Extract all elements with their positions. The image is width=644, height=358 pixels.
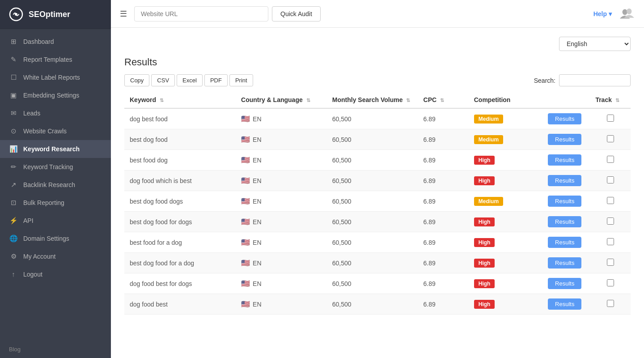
export-btn-print[interactable]: Print: [229, 74, 253, 86]
export-btn-pdf[interactable]: PDF: [204, 74, 228, 86]
sidebar-item-domain-settings[interactable]: 🌐Domain Settings: [0, 230, 111, 247]
help-button[interactable]: Help ▾: [593, 10, 612, 17]
track-checkbox[interactable]: [607, 238, 614, 245]
sidebar-item-backlink-research[interactable]: ↗Backlink Research: [0, 176, 111, 194]
table-row: best food dog 🇺🇸 EN 60,500 6.89 High Res…: [124, 150, 631, 170]
cell-cpc: 6.89: [418, 108, 469, 129]
nav-label-bulk-reporting: Bulk Reporting: [23, 199, 64, 206]
competition-badge: High: [474, 259, 495, 268]
track-checkbox[interactable]: [607, 135, 614, 142]
cell-competition: High: [469, 253, 539, 273]
competition-badge: Medium: [474, 197, 503, 206]
logo-area[interactable]: SEOptimer: [0, 0, 111, 29]
export-btn-csv[interactable]: CSV: [151, 74, 175, 86]
lang-code: EN: [253, 239, 261, 246]
competition-badge: Medium: [474, 115, 503, 124]
blog-link[interactable]: Blog: [0, 341, 111, 358]
nav-label-website-crawls: Website Crawls: [23, 128, 67, 135]
nav-label-my-account: My Account: [23, 253, 55, 260]
sort-icon-cpc[interactable]: ⇅: [440, 98, 444, 103]
results-button[interactable]: Results: [548, 257, 581, 268]
nav-label-api: API: [23, 217, 34, 224]
lang-code: EN: [253, 301, 261, 308]
results-button[interactable]: Results: [548, 175, 581, 186]
results-button[interactable]: Results: [548, 216, 581, 227]
sort-icon-country[interactable]: ⇅: [306, 98, 310, 103]
results-button[interactable]: Results: [548, 278, 581, 289]
cell-competition: High: [469, 232, 539, 253]
cell-cpc: 6.89: [418, 212, 469, 232]
topbar: ☰ Quick Audit Help ▾: [111, 0, 644, 28]
sidebar-item-website-crawls[interactable]: ⊙Website Crawls: [0, 122, 111, 140]
cell-track: [590, 191, 631, 212]
results-button[interactable]: Results: [548, 298, 581, 310]
cell-keyword: best dog food dogs: [124, 191, 236, 212]
nav-icon-bulk-reporting: ⊡: [9, 199, 18, 207]
cell-country: 🇺🇸 EN: [236, 232, 327, 253]
nav-icon-white-label: ☐: [9, 73, 18, 81]
cell-volume: 60,500: [327, 294, 418, 315]
cell-results-btn: Results: [539, 191, 590, 212]
cell-track: [590, 273, 631, 294]
sidebar-item-keyword-tracking[interactable]: ✏Keyword Tracking: [0, 158, 111, 176]
sidebar-item-report-templates[interactable]: ✎Report Templates: [0, 51, 111, 68]
col-header-volume: Monthly Search Volume ⇅: [327, 92, 418, 108]
quick-audit-button[interactable]: Quick Audit: [272, 6, 321, 21]
sidebar-item-leads[interactable]: ✉Leads: [0, 104, 111, 122]
menu-toggle-button[interactable]: ☰: [120, 9, 127, 19]
cell-keyword: best dog food for a dog: [124, 253, 236, 273]
track-checkbox[interactable]: [607, 279, 614, 286]
cell-competition: Medium: [469, 129, 539, 150]
results-button[interactable]: Results: [548, 154, 581, 166]
cell-cpc: 6.89: [418, 150, 469, 170]
competition-badge: High: [474, 300, 495, 309]
search-input[interactable]: [559, 74, 631, 86]
lang-code: EN: [253, 280, 261, 287]
cell-cpc: 6.89: [418, 170, 469, 191]
track-checkbox[interactable]: [607, 300, 614, 307]
lang-code: EN: [253, 198, 261, 205]
language-select[interactable]: EnglishSpanishFrenchGermanItalian: [559, 37, 631, 51]
export-btn-copy[interactable]: Copy: [124, 74, 149, 86]
cell-results-btn: Results: [539, 273, 590, 294]
sidebar-item-keyword-research[interactable]: 📊Keyword Research: [0, 140, 111, 158]
export-btn-excel[interactable]: Excel: [177, 74, 203, 86]
sidebar-item-white-label[interactable]: ☐White Label Reports: [0, 68, 111, 86]
flag-icon: 🇺🇸: [241, 197, 250, 205]
cell-competition: High: [469, 273, 539, 294]
sidebar-item-dashboard[interactable]: ⊞Dashboard: [0, 33, 111, 51]
results-button[interactable]: Results: [548, 196, 581, 207]
nav-icon-leads: ✉: [9, 109, 18, 117]
sidebar-item-api[interactable]: ⚡API: [0, 212, 111, 230]
sort-icon-volume[interactable]: ⇅: [406, 98, 410, 103]
user-avatar-icon[interactable]: [619, 6, 635, 22]
cell-competition: High: [469, 212, 539, 232]
track-checkbox[interactable]: [607, 259, 614, 266]
cell-results-btn: Results: [539, 170, 590, 191]
sidebar: SEOptimer ⊞Dashboard✎Report Templates☐Wh…: [0, 0, 111, 358]
results-button[interactable]: Results: [548, 237, 581, 248]
results-button[interactable]: Results: [548, 113, 581, 124]
sort-icon-track[interactable]: ⇅: [615, 98, 619, 103]
col-header-keyword: Keyword ⇅: [124, 92, 236, 108]
track-checkbox[interactable]: [607, 197, 614, 204]
track-checkbox[interactable]: [607, 176, 614, 183]
sidebar-item-my-account[interactable]: ⚙My Account: [0, 247, 111, 265]
cell-keyword: dog food best for dogs: [124, 273, 236, 294]
sort-icon-keyword[interactable]: ⇅: [160, 98, 164, 103]
table-row: dog best food 🇺🇸 EN 60,500 6.89 Medium R…: [124, 108, 631, 129]
track-checkbox[interactable]: [607, 115, 614, 122]
sidebar-item-embedding[interactable]: ▣Embedding Settings: [0, 86, 111, 104]
lang-code: EN: [253, 177, 261, 184]
lang-code: EN: [253, 260, 261, 267]
track-checkbox[interactable]: [607, 156, 614, 163]
website-url-input[interactable]: [134, 6, 268, 21]
svg-point-2: [623, 9, 627, 15]
track-checkbox[interactable]: [607, 217, 614, 225]
nav-icon-report-templates: ✎: [9, 55, 18, 64]
results-button[interactable]: Results: [548, 134, 581, 145]
cell-country: 🇺🇸 EN: [236, 129, 327, 150]
sidebar-item-logout[interactable]: ↑Logout: [0, 265, 111, 283]
sidebar-item-bulk-reporting[interactable]: ⊡Bulk Reporting: [0, 194, 111, 212]
cell-cpc: 6.89: [418, 294, 469, 315]
